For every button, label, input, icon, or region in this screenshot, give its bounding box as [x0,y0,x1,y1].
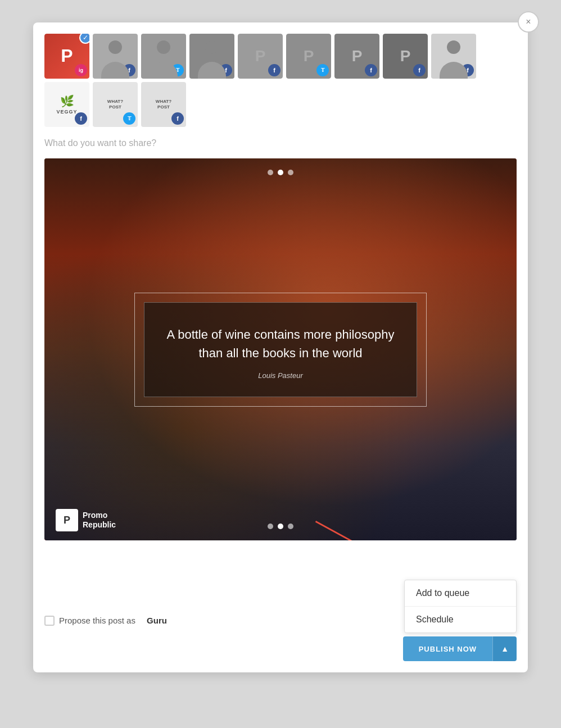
dot-3[interactable] [288,170,293,175]
publish-now-button[interactable]: PUBLISH NOW [403,636,492,661]
modal: × P ✓ ig f 𝕋 f P f P 𝕋 [33,22,528,672]
promo-logo: P PromoRepublic [56,509,116,531]
profile-item-2[interactable]: f [93,34,138,79]
dot-b3[interactable] [288,524,293,529]
veggy-icon: 🌿 [60,94,74,108]
fb-badge: f [413,64,426,76]
profile-item-4[interactable]: f [189,34,234,79]
profile-item-11[interactable]: WHAT?POST 𝕋 [93,82,138,127]
fb-badge: f [123,64,135,76]
svg-line-0 [316,521,386,540]
profile-item-6[interactable]: P 𝕋 [286,34,331,79]
publish-area: Add to queue Schedule PUBLISH NOW ▲ [403,580,517,661]
fb-badge: f [75,112,87,125]
schedule-item[interactable]: Schedule [405,607,516,633]
propose-checkbox[interactable] [44,616,55,626]
profile-item-1[interactable]: P ✓ ig [44,34,89,79]
quote-box: A bottle of wine contains more philosoph… [144,302,417,397]
carousel-dots-bottom [268,524,293,529]
whatpost2-label: WHAT?POST [156,99,171,111]
tw-badge: 𝕋 [316,64,329,76]
share-placeholder[interactable]: What do you want to share? [44,136,517,151]
dot-b1[interactable] [268,524,273,529]
dot-b2[interactable] [278,524,283,529]
ig-badge: ig [75,64,87,76]
profile-item-7[interactable]: P f [334,34,379,79]
tw-badge: 𝕋 [171,64,184,76]
quote-text: A bottle of wine contains more philosoph… [161,325,400,362]
profile-item-9[interactable]: f [431,34,476,79]
fb-badge: f [268,64,280,76]
publish-dropdown-button[interactable]: ▲ [492,636,517,661]
propose-bold: Guru [147,616,167,625]
fb-badge: f [462,64,474,76]
white-border: A bottle of wine contains more philosoph… [134,293,427,407]
fb-badge: f [220,64,232,76]
propose-label[interactable]: Propose this post as Guru [44,616,167,626]
tw-badge: 𝕋 [123,112,135,125]
post-image-container: A bottle of wine contains more philosoph… [44,158,517,540]
bottom-row: Propose this post as Guru Add to queue S… [44,580,517,661]
add-to-queue-item[interactable]: Add to queue [405,580,516,607]
fb-badge: f [365,64,377,76]
quote-author: Louis Pasteur [161,371,400,380]
profile-item-10[interactable]: 🌿 VEGGY f [44,82,89,127]
whatpost-label: WHAT?POST [107,99,123,111]
carousel-dots-top [268,170,293,175]
dropdown-menu: Add to queue Schedule [404,580,517,633]
quote-outer-border: A bottle of wine contains more philosoph… [134,293,427,407]
dot-1[interactable] [268,170,273,175]
promo-logo-icon: P [56,509,78,531]
veggy-label: VEGGY [56,109,77,115]
profile-item-3[interactable]: 𝕋 [141,34,186,79]
profile-item-12[interactable]: WHAT?POST f [141,82,186,127]
profile-item-8[interactable]: P f [383,34,428,79]
profiles-grid: P ✓ ig f 𝕋 f P f P 𝕋 P f [44,34,517,127]
close-button[interactable]: × [518,11,539,33]
fb-badge: f [171,112,184,125]
post-image: A bottle of wine contains more philosoph… [44,158,517,540]
publish-btn-row: PUBLISH NOW ▲ [403,636,517,661]
promo-logo-text: PromoRepublic [83,511,116,530]
propose-text: Propose this post as [59,616,135,625]
red-arrow [303,507,404,540]
dot-2[interactable] [278,170,283,175]
profile-item-5[interactable]: P f [238,34,283,79]
